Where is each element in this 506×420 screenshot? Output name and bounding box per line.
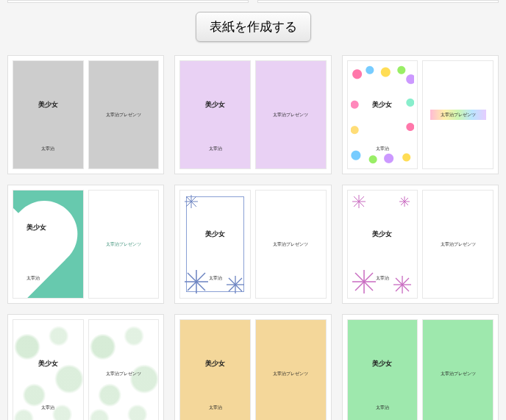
cover-page: 美少女 太宰治 [347,319,418,420]
cover-page: 美少女 太宰治 [179,60,251,169]
back-text: 太宰治プレゼンツ [106,241,141,248]
cover-author: 太宰治 [376,146,389,152]
back-page: 太宰治プレゼンツ [255,60,327,169]
template-card-teal-heart[interactable]: 美少女 太宰治 太宰治プレゼンツ [7,185,164,304]
svg-line-18 [396,278,409,291]
svg-line-22 [354,196,364,207]
cover-page: 美少女 太宰治 [13,60,84,169]
cover-page: 美少女 太宰治 [13,319,84,420]
back-page: 太宰治プレゼンツ [422,190,493,299]
cover-author: 太宰治 [376,275,389,282]
back-page: 太宰治プレゼンツ [255,190,327,299]
back-text: 太宰治プレゼンツ [441,371,476,377]
heart-shape [13,204,84,299]
create-cover-button[interactable]: 表紙を作成する [196,12,311,42]
template-card-floral[interactable]: 美少女 太宰治 太宰治プレゼンツ [342,55,499,174]
cover-title: 美少女 [205,229,225,239]
back-page: 太宰治プレゼンツ [422,60,493,169]
top-input-row [0,0,506,3]
template-card-green-texture[interactable]: 美少女 太宰治 太宰治プレゼンツ [7,314,164,420]
cover-author: 太宰治 [209,405,222,411]
svg-line-27 [401,198,408,205]
text-input-right[interactable] [257,0,499,3]
back-page: 太宰治プレゼンツ [88,319,160,420]
cover-page: 美少女 太宰治 [347,190,418,299]
svg-line-26 [401,198,408,205]
back-page: 太宰治プレゼンツ [255,319,327,420]
back-text: 太宰治プレゼンツ [273,241,308,248]
cover-page: 美少女 太宰治 [347,60,418,169]
svg-line-14 [355,273,373,291]
cover-title: 美少女 [372,229,392,239]
snowflake-icon [351,193,367,210]
snowflake-icon [398,195,411,208]
cover-title: 美少女 [38,359,58,369]
cover-page: 美少女 太宰治 [179,319,251,420]
cover-author: 太宰治 [41,146,54,152]
text-input-left[interactable] [7,0,249,3]
svg-line-23 [354,196,364,207]
cover-title: 美少女 [38,100,58,110]
back-text: 太宰治プレゼンツ [273,371,308,377]
cover-author: 太宰治 [41,405,54,411]
cover-author: 太宰治 [209,146,222,152]
template-card-gray[interactable]: 美少女 太宰治 太宰治プレゼンツ [7,55,164,174]
cover-author: 太宰治 [26,275,40,282]
snowflake-icon [349,267,379,296]
back-text: 太宰治プレゼンツ [273,112,308,118]
template-card-peach[interactable]: 美少女 太宰治 太宰治プレゼンツ [174,314,331,420]
svg-line-19 [396,278,409,291]
back-page: 太宰治プレゼンツ [422,319,493,420]
cover-author: 太宰治 [376,405,389,411]
template-card-pink-snow[interactable]: 美少女 太宰治 太宰治プレゼンツ [342,185,499,304]
back-text: 太宰治プレゼンツ [441,112,476,118]
cover-page: 美少女 太宰治 [179,190,251,299]
button-row: 表紙を作成する [0,12,506,42]
back-page: 太宰治プレゼンツ [88,60,160,169]
back-page: 太宰治プレゼンツ [88,190,160,299]
cover-title: 美少女 [372,100,392,110]
svg-line-15 [355,273,373,291]
template-card-blue-snow[interactable]: 美少女 太宰治 太宰治プレゼンツ [174,185,331,304]
cover-title: 美少女 [372,359,392,369]
template-card-lavender[interactable]: 美少女 太宰治 太宰治プレゼンツ [174,55,331,174]
template-grid: 美少女 太宰治 太宰治プレゼンツ 美少女 太宰治 太宰治プレゼンツ 美少女 太宰… [0,55,506,420]
back-text: 太宰治プレゼンツ [106,371,141,377]
template-card-mint[interactable]: 美少女 太宰治 太宰治プレゼンツ [342,314,499,420]
back-text: 太宰治プレゼンツ [106,112,141,118]
back-text: 太宰治プレゼンツ [441,241,476,248]
cover-author: 太宰治 [209,275,222,282]
cover-title: 美少女 [205,100,225,110]
snowflake-icon [392,274,413,295]
cover-title: 美少女 [26,223,46,232]
cover-page: 美少女 太宰治 [13,190,84,299]
cover-title: 美少女 [205,359,225,369]
